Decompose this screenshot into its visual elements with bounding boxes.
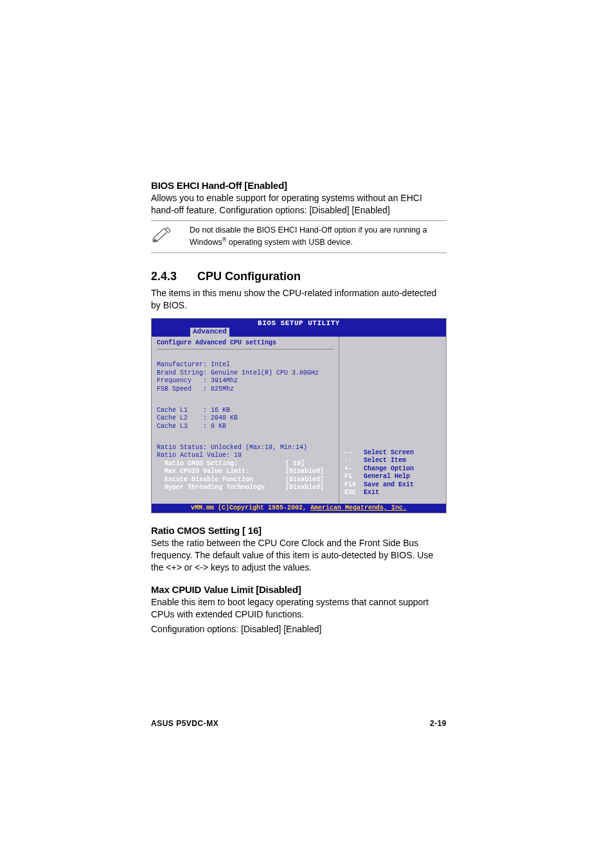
- note-block: Do not disable the BIOS EHCI Hand-Off op…: [151, 220, 447, 253]
- heading-cpu-config: 2.4.3CPU Configuration: [151, 270, 447, 283]
- bios-title: BIOS SETUP UTILITY: [152, 319, 446, 328]
- body-max-cpuid-1: Enable this item to boot legacy operatin…: [151, 596, 447, 621]
- heading-max-cpuid: Max CPUID Value Limit [Disabled]: [151, 584, 447, 595]
- bios-item-execute-disable: Excute Disable Function[Disabled]: [157, 476, 324, 483]
- bios-subheader: Configure Advanced CPU settings: [157, 339, 333, 350]
- pencil-note-icon: [151, 225, 190, 245]
- note-text: Do not disable the BIOS EHCI Hand-Off op…: [190, 225, 447, 249]
- heading-ehci: BIOS EHCI Hand-Off [Enabled]: [151, 180, 447, 191]
- body-max-cpuid-2: Configuration options: [Disabled] [Enabl…: [151, 623, 447, 635]
- bios-tab-advanced: Advanced: [190, 328, 229, 337]
- bios-item-max-cpuid: Max CPUID Value Limit:[Disabled]: [157, 468, 324, 475]
- footer-product: ASUS P5VDC-MX: [151, 719, 218, 728]
- bios-item-ratio-cmos: Ratio CMOS Setting:[ 19]: [157, 460, 305, 467]
- body-ehci: Allows you to enable support for operati…: [151, 192, 447, 217]
- bios-footer: vMM.mm (C)Copyright 1985-2002, American …: [152, 504, 446, 513]
- footer-page-number: 2-19: [430, 719, 447, 728]
- body-ratio-cmos: Sets the ratio between the CPU Core Cloc…: [151, 537, 447, 574]
- body-cpu-config: The items in this menu show the CPU-rela…: [151, 287, 447, 312]
- bios-item-hyper-threading: Hyper Threading Technology[Disabled]: [157, 484, 324, 491]
- bios-legend: ←→Select Screen ↑↓Select Item +-Change O…: [344, 441, 441, 497]
- bios-screenshot: BIOS SETUP UTILITY Advanced Configure Ad…: [151, 318, 447, 514]
- heading-ratio-cmos: Ratio CMOS Setting [ 16]: [151, 525, 447, 536]
